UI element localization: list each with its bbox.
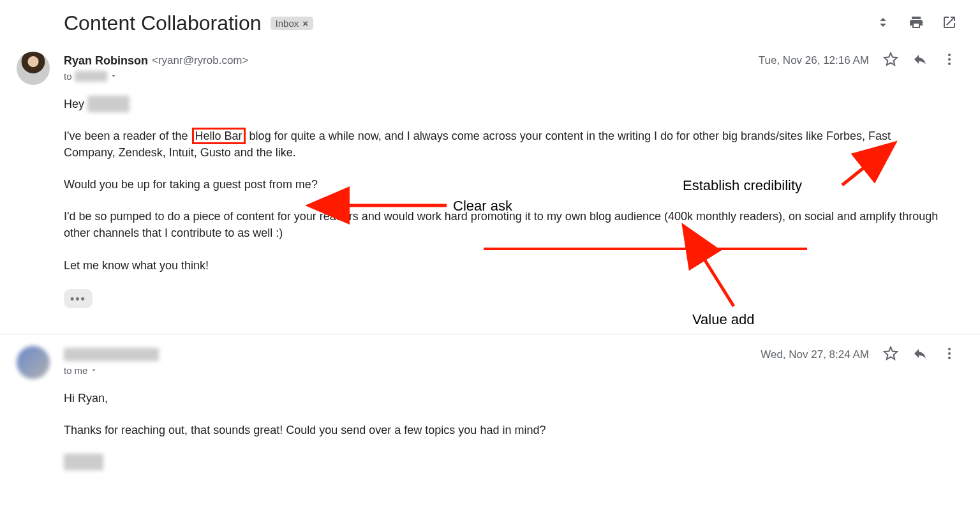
- star-icon[interactable]: [883, 346, 898, 364]
- message-date: Wed, Nov 27, 8:24 AM: [761, 348, 869, 361]
- svg-point-0: [948, 54, 951, 56]
- sender-name-redacted[interactable]: Lindsey Morando: [64, 348, 159, 361]
- svg-point-4: [948, 352, 951, 355]
- annotation-highlight-hello-bar: Hello Bar: [192, 128, 246, 144]
- p1-a: I've been a reader of the: [64, 130, 191, 142]
- expand-collapse-icon[interactable]: [875, 15, 891, 33]
- p3: I'd be so pumped to do a piece of conten…: [64, 208, 944, 241]
- star-icon[interactable]: [883, 52, 898, 70]
- show-trimmed-icon[interactable]: •••: [64, 289, 93, 308]
- recipient-redacted: Lindsey: [75, 71, 108, 82]
- recipient-row[interactable]: to Lindsey: [64, 71, 957, 82]
- label-remove-icon[interactable]: ×: [302, 18, 308, 29]
- avatar: [17, 346, 50, 379]
- message-2: Lindsey Morando Wed, Nov 27, 8:24 AM to …: [0, 334, 980, 492]
- sender-email: <ryanr@ryrob.com>: [152, 54, 248, 67]
- to-name: me: [75, 365, 88, 376]
- recipient-row[interactable]: to me: [64, 365, 957, 376]
- to-prefix: to: [64, 365, 72, 376]
- to-prefix: to: [64, 71, 72, 82]
- more-icon[interactable]: [942, 346, 957, 364]
- svg-point-3: [948, 348, 951, 350]
- signature-redacted: Lindsey: [64, 454, 103, 470]
- svg-point-2: [948, 63, 951, 65]
- thread-subject: Content Collaboration: [64, 11, 262, 35]
- message-body: Hi Ryan, Thanks for reaching out, that s…: [64, 390, 944, 470]
- reply-icon[interactable]: [912, 52, 928, 70]
- svg-point-5: [948, 357, 951, 359]
- print-icon[interactable]: [909, 15, 924, 33]
- more-icon[interactable]: [942, 52, 957, 70]
- reply-p2: Thanks for reaching out, that sounds gre…: [64, 422, 944, 438]
- p2: Would you be up for taking a guest post …: [64, 176, 944, 193]
- message-1: Ryan Robinson <ryanr@ryrob.com> Tue, Nov…: [0, 40, 980, 315]
- greeting-name-redacted: Lindsey,: [87, 96, 130, 112]
- message-body: Hey Lindsey, I've been a reader of the H…: [64, 96, 944, 308]
- reply-p1: Hi Ryan,: [64, 390, 944, 406]
- greeting-prefix: Hey: [64, 98, 87, 110]
- avatar: [17, 52, 50, 85]
- chevron-down-icon[interactable]: [110, 71, 117, 82]
- message-date: Tue, Nov 26, 12:16 AM: [759, 54, 869, 67]
- p4: Let me know what you think!: [64, 257, 944, 274]
- chevron-down-icon[interactable]: [90, 365, 98, 376]
- open-new-window-icon[interactable]: [942, 15, 957, 33]
- label-chip-inbox[interactable]: Inbox ×: [271, 17, 313, 30]
- svg-point-1: [948, 58, 951, 61]
- label-text: Inbox: [276, 18, 299, 29]
- thread-header: Content Collaboration Inbox ×: [0, 0, 980, 40]
- sender-name[interactable]: Ryan Robinson: [64, 54, 148, 68]
- reply-icon[interactable]: [912, 346, 928, 364]
